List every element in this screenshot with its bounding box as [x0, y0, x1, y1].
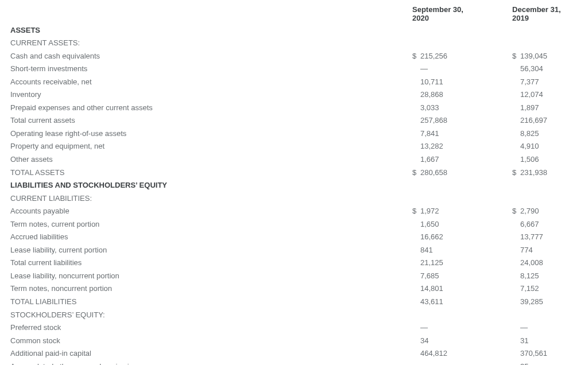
currency-symbol — [412, 24, 420, 37]
table-row: Common stock3431 — [10, 334, 588, 347]
currency-symbol — [412, 37, 420, 50]
paren-col1 — [506, 49, 512, 63]
value-col2: 4,910 — [520, 140, 588, 153]
paren-col1 — [506, 218, 512, 231]
value-col2 — [520, 37, 588, 50]
table-row: Term notes, current portion1,6506,667 — [10, 218, 588, 231]
value-col2: 8,125 — [520, 269, 588, 282]
value-col2: 216,697 — [520, 114, 588, 127]
table-row: Accounts receivable, net10,7117,377 — [10, 75, 588, 88]
row-label: Cash and cash equivalents — [10, 49, 412, 63]
currency-symbol — [412, 231, 420, 244]
paren-col1 — [506, 347, 512, 360]
row-label: Total current liabilities — [10, 257, 412, 270]
value-col1: — — [420, 63, 506, 76]
currency-symbol — [412, 257, 420, 270]
value-col1: 14,801 — [420, 282, 506, 296]
currency-symbol — [412, 269, 420, 282]
value-col1: 464,812 — [420, 347, 506, 360]
paren-col1 — [506, 140, 512, 153]
currency-symbol — [512, 282, 520, 296]
currency-symbol — [412, 75, 420, 88]
value-col2: 56,304 — [520, 63, 588, 76]
paren-col1 — [506, 75, 512, 88]
paren-col1 — [506, 192, 512, 205]
row-label: CURRENT LIABILITIES: — [10, 192, 412, 205]
value-col2: 231,938 — [520, 166, 588, 179]
currency-symbol — [412, 192, 420, 205]
value-col1 — [420, 308, 506, 321]
currency-symbol — [512, 360, 520, 365]
value-col1: 3,033 — [420, 101, 506, 114]
table-row: Accounts payable$1,972$2,790 — [10, 205, 588, 218]
table-row: Other assets1,6671,506 — [10, 153, 588, 166]
table-row: CURRENT ASSETS: — [10, 37, 588, 50]
paren-col1 — [506, 269, 512, 282]
currency-symbol: $ — [512, 166, 520, 179]
value-col1: 257,868 — [420, 114, 506, 127]
value-col2: 7,152 — [520, 282, 588, 296]
table-row: ASSETS — [10, 24, 588, 37]
paren-col1 — [506, 127, 512, 140]
value-col2: 8,825 — [520, 127, 588, 140]
currency-symbol — [512, 75, 520, 88]
paren-col1 — [506, 295, 512, 308]
table-row: Prepaid expenses and other current asset… — [10, 101, 588, 114]
currency-symbol — [412, 334, 420, 347]
value-col1: 215,256 — [420, 49, 506, 63]
currency-symbol — [512, 321, 520, 335]
currency-symbol — [512, 218, 520, 231]
paren-col1 — [506, 24, 512, 37]
table-row: Preferred stock—— — [10, 321, 588, 335]
currency-symbol — [512, 243, 520, 257]
row-label: Common stock — [10, 334, 412, 347]
balance-sheet-table: September 30, 2020 December 31, 2019 ASS… — [10, 3, 588, 365]
currency-symbol — [412, 179, 420, 192]
value-col2: 13,777 — [520, 231, 588, 244]
table-row: Accrued liabilities16,66213,777 — [10, 231, 588, 244]
paren-col1 — [506, 114, 512, 127]
currency-symbol — [512, 192, 520, 205]
currency-symbol — [512, 88, 520, 102]
value-col1: 43,611 — [420, 295, 506, 308]
row-label: Short-term investments — [10, 63, 412, 76]
row-label: Property and equipment, net — [10, 140, 412, 153]
value-col2: 139,045 — [520, 49, 588, 63]
table-row: Total current assets257,868216,697 — [10, 114, 588, 127]
currency-symbol — [512, 24, 520, 37]
paren-col1 — [506, 243, 512, 257]
value-col1 — [420, 192, 506, 205]
currency-symbol — [412, 114, 420, 127]
value-col2: 35 — [520, 360, 588, 365]
table-row: Accumulated other comprehensive income—3… — [10, 360, 588, 365]
value-col1: 841 — [420, 243, 506, 257]
row-label: Lease liability, current portion — [10, 243, 412, 257]
row-label: ASSETS — [10, 24, 412, 37]
paren-col1 — [506, 101, 512, 114]
currency-symbol — [512, 140, 520, 153]
currency-symbol — [412, 308, 420, 321]
currency-symbol — [412, 218, 420, 231]
value-col2 — [520, 308, 588, 321]
value-col2: 39,285 — [520, 295, 588, 308]
value-col1 — [420, 24, 506, 37]
row-label: Lease liability, noncurrent portion — [10, 269, 412, 282]
currency-symbol — [412, 282, 420, 296]
value-col1: 1,667 — [420, 153, 506, 166]
paren-col1 — [506, 153, 512, 166]
row-label: Additional paid-in capital — [10, 347, 412, 360]
value-col1 — [420, 179, 506, 192]
table-row: CURRENT LIABILITIES: — [10, 192, 588, 205]
value-col1: — — [420, 321, 506, 335]
paren-col1 — [506, 257, 512, 270]
value-col1: 7,685 — [420, 269, 506, 282]
value-col2: 370,561 — [520, 347, 588, 360]
table-row: Cash and cash equivalents$215,256$139,04… — [10, 49, 588, 63]
table-row: Term notes, noncurrent portion14,8017,15… — [10, 282, 588, 296]
value-col2: 6,667 — [520, 218, 588, 231]
row-label: Term notes, noncurrent portion — [10, 282, 412, 296]
row-label: Accounts payable — [10, 205, 412, 218]
row-label: Accrued liabilities — [10, 231, 412, 244]
paren-col1 — [506, 282, 512, 296]
paren-col1 — [506, 321, 512, 335]
